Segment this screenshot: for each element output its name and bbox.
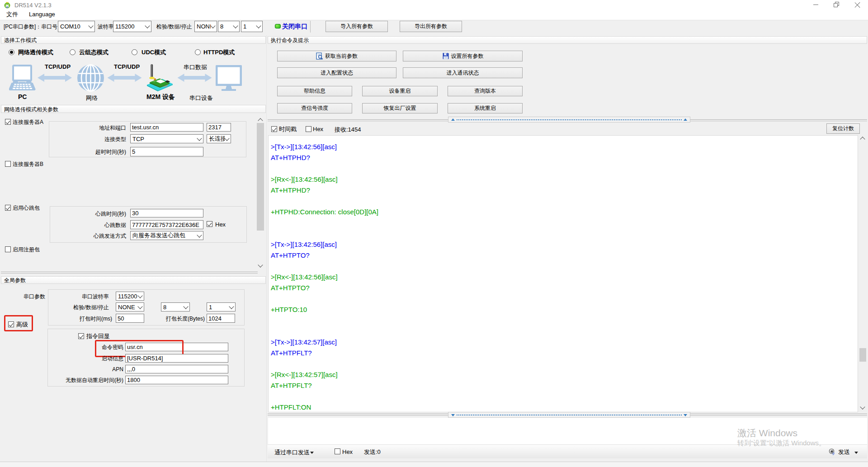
reset-count-button[interactable]: 复位计数 (826, 123, 860, 134)
enter-config-button[interactable]: 进入配置状态 (277, 67, 396, 78)
get-params-button[interactable]: 获取当前参数 (277, 51, 396, 61)
log-line (271, 391, 858, 402)
send-button[interactable]: 发送 (838, 449, 850, 455)
timeout-input[interactable]: 5 (130, 147, 203, 156)
close-serial-button[interactable]: 关闭串口 (282, 23, 307, 29)
log-line: AT+HTPHD? (271, 152, 858, 163)
restart-label: 无数据自动重启时间(秒) (66, 377, 123, 383)
watermark-line2: 转到“设置”以激活 Windows。 (737, 439, 826, 448)
pc-serial-label: [PC串口参数]：串口号 (4, 24, 57, 30)
device-reboot-button[interactable]: 设备重启 (362, 86, 438, 96)
send-via-serial[interactable]: 通过串口发送 (274, 449, 310, 456)
packlen-input[interactable]: 1024 (207, 314, 235, 323)
com-port-select[interactable]: COM10 (58, 21, 95, 32)
register-checkbox[interactable] (5, 246, 11, 252)
tx-hex-label[interactable]: Hex (342, 449, 353, 455)
menu-file[interactable]: 文件 (6, 11, 18, 18)
heartbeat-label[interactable]: 启用心跳包 (13, 205, 40, 211)
window-bottom-strip (0, 462, 868, 467)
timestamp-checkbox[interactable] (271, 126, 277, 132)
system-reboot-button[interactable]: 系统重启 (448, 103, 523, 113)
addr-port-label: 地址和端口 (99, 125, 126, 131)
import-all-button[interactable]: 导入所有参数 (326, 21, 388, 32)
scroll-up-icon[interactable] (860, 137, 865, 142)
radio-httpd[interactable] (195, 49, 201, 55)
set-params-button[interactable]: 设置所有参数 (403, 51, 523, 61)
scroll-down-icon[interactable] (258, 262, 263, 267)
radio-cloud-label[interactable]: 云组态模式 (79, 49, 108, 56)
minimize-button[interactable] (811, 0, 821, 10)
scroll-up-icon[interactable] (258, 118, 263, 123)
serial-dev-caption: 串口设备 (189, 95, 213, 101)
boot-input[interactable]: [USR-DR514] (125, 354, 228, 363)
scroll-down-icon[interactable] (860, 404, 865, 409)
log-line: +HTPHD:Connection: close[0D][0A] (271, 207, 858, 217)
g-parity-select[interactable]: NONE (116, 302, 144, 311)
tx-hex-checkbox[interactable] (335, 448, 340, 454)
upper-splitter-handle[interactable] (448, 117, 690, 123)
server-b-checkbox[interactable] (5, 161, 11, 167)
server-a-label[interactable]: 连接服务器A (13, 119, 43, 125)
arrow-net-m2m-icon (107, 73, 142, 82)
radio-net-transparent[interactable] (9, 49, 14, 55)
query-version-button[interactable]: 查询版本 (448, 86, 523, 96)
keepalive-select[interactable]: 长连接 (207, 134, 231, 143)
log-scrollbar-thumb[interactable] (859, 348, 866, 362)
receive-log[interactable]: >[Tx->][13:42:56][asc]AT+HTPHD?>[Rx<-][1… (268, 135, 858, 412)
conn-type-select[interactable]: TCP (130, 134, 203, 143)
echo-checkbox[interactable] (78, 333, 84, 339)
radio-net-transparent-label[interactable]: 网络透传模式 (18, 49, 53, 56)
radio-cloud[interactable] (70, 49, 75, 55)
restore-button[interactable] (831, 0, 842, 10)
server-a-address-input[interactable]: test.usr.cn (130, 123, 203, 132)
stopbits-select[interactable]: 1 (241, 21, 263, 32)
watermark-line1: 激活 Windows (737, 427, 797, 439)
timestamp-label[interactable]: 时间戳 (279, 126, 297, 132)
close-button[interactable] (852, 0, 863, 10)
g-databits-select[interactable]: 8 (161, 302, 190, 311)
parity-select[interactable]: NONI (194, 21, 217, 32)
server-a-port-input[interactable]: 2317 (207, 123, 231, 132)
echo-label[interactable]: 指令回显 (86, 333, 110, 340)
g-baud-select[interactable]: 115200 (116, 292, 144, 301)
heartbeat-checkbox[interactable] (5, 205, 11, 211)
send-dropdown-icon[interactable] (854, 452, 858, 454)
advanced-checkbox[interactable] (8, 321, 14, 327)
pc-laptop-icon (9, 65, 36, 91)
baud-select[interactable]: 115200 (113, 21, 151, 32)
arrow-m2m-serial-icon (177, 73, 212, 82)
hb-mode-select[interactable]: 向服务器发送心跳包 (130, 231, 203, 240)
server-a-checkbox[interactable] (5, 119, 11, 125)
restart-input[interactable]: 1800 (125, 376, 228, 384)
work-mode-header: 选择工作模式 (1, 36, 266, 44)
server-b-label[interactable]: 连接服务器B (13, 161, 43, 167)
lower-splitter-handle[interactable] (448, 412, 690, 418)
databits-select[interactable]: 8 (218, 21, 240, 32)
factory-reset-button[interactable]: 恢复出厂设置 (362, 103, 438, 113)
log-scrollbar[interactable] (859, 135, 867, 412)
hb-time-input[interactable]: 30 (130, 209, 203, 217)
export-all-button[interactable]: 导出所有参数 (400, 21, 462, 32)
left-scrollbar-thumb[interactable] (257, 123, 264, 231)
apn-label: APN (112, 366, 123, 373)
signal-strength-button[interactable]: 查信号强度 (277, 103, 352, 113)
register-label[interactable]: 启用注册包 (13, 246, 40, 253)
hb-hex-checkbox[interactable] (207, 221, 212, 227)
hb-hex-label[interactable]: Hex (215, 222, 226, 228)
radio-udc[interactable] (132, 49, 137, 55)
radio-httpd-label[interactable]: HTTPD模式 (203, 49, 235, 56)
rx-hex-label[interactable]: Hex (313, 126, 323, 132)
help-info-button[interactable]: 帮助信息 (277, 86, 352, 96)
left-scrollbar[interactable] (257, 113, 264, 271)
g-stopbits-select[interactable]: 1 (207, 302, 236, 311)
apn-input[interactable]: ,,,0 (125, 365, 228, 373)
hb-time-label: 心跳时间(秒) (95, 211, 126, 217)
radio-udc-label[interactable]: UDC模式 (142, 49, 166, 56)
advanced-label[interactable]: 高级 (16, 321, 28, 328)
packtime-input[interactable]: 50 (116, 314, 144, 323)
enter-comm-button[interactable]: 进入通讯状态 (403, 67, 523, 78)
menu-language[interactable]: Language (29, 11, 55, 18)
send-via-dropdown-icon[interactable] (310, 452, 314, 454)
hb-data-input[interactable]: 7777772E7573722E636E (130, 220, 203, 229)
rx-hex-checkbox[interactable] (306, 126, 311, 132)
